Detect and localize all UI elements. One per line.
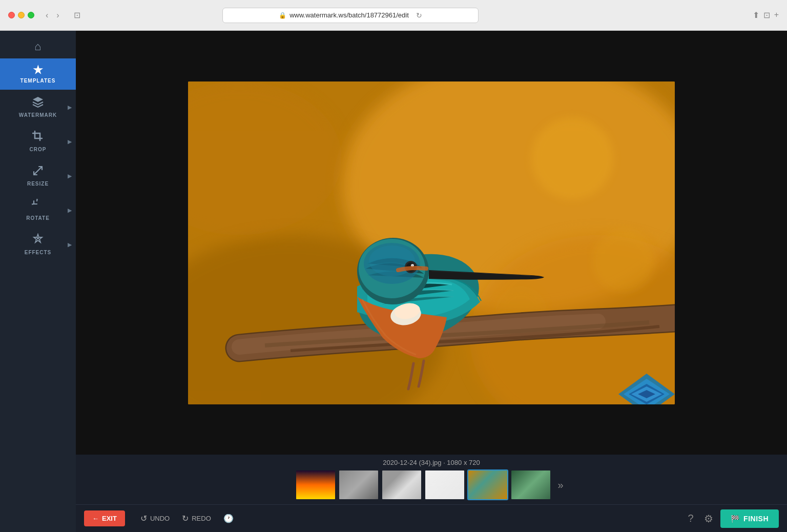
- browser-chrome: ‹ › ⊡ 🔒 www.watermark.ws/batch/18772961/…: [0, 0, 787, 31]
- svg-point-6: [531, 117, 613, 199]
- history-button[interactable]: 🕐: [218, 510, 239, 526]
- rotate-arrow: ▶: [68, 207, 72, 213]
- minimize-button[interactable]: [18, 12, 25, 18]
- undo-icon: ↺: [140, 514, 147, 523]
- image-filename: 2020-12-24 (34).jpg: [383, 459, 441, 466]
- redo-icon: ↻: [182, 514, 189, 523]
- lock-icon: 🔒: [279, 12, 286, 19]
- rotate-icon: [32, 199, 44, 213]
- reader-icon[interactable]: ⊡: [763, 10, 770, 20]
- address-bar[interactable]: 🔒 www.watermark.ws/batch/18772961/edit ↻: [222, 8, 479, 23]
- history-icon: 🕐: [223, 514, 234, 523]
- filmstrip-item-4[interactable]: [424, 469, 465, 500]
- filmstrip-item-6[interactable]: [510, 469, 551, 500]
- close-button[interactable]: [8, 12, 15, 18]
- exit-button[interactable]: ← EXIT: [84, 510, 125, 526]
- browser-actions: ⬆ ⊡ +: [753, 10, 779, 20]
- sidebar-item-resize[interactable]: ▶ RESIZE: [0, 158, 76, 193]
- svg-point-0: [37, 237, 39, 239]
- tab-icon-button[interactable]: ⊡: [71, 9, 84, 21]
- add-tab-icon[interactable]: +: [774, 10, 779, 20]
- undo-button[interactable]: ↺ UNDO: [135, 510, 175, 526]
- resize-arrow: ▶: [68, 173, 72, 178]
- resize-label: RESIZE: [27, 181, 49, 187]
- thumb-sunset-bg: [296, 470, 335, 499]
- sidebar: ⌂ ★ TEMPLATES ▶ WATERMARK ▶: [0, 31, 76, 532]
- thumb-metro-bg: [339, 470, 378, 499]
- finish-label: FINISH: [743, 515, 769, 523]
- image-info: 2020-12-24 (34).jpg · 1080 x 720: [76, 455, 787, 469]
- home-icon: ⌂: [34, 41, 42, 52]
- canvas-area: [76, 31, 787, 455]
- thumb-waterfall-bg: [511, 470, 550, 499]
- effects-icon: [32, 233, 44, 248]
- filmstrip-more-button[interactable]: »: [553, 479, 567, 491]
- filmstrip-item-1[interactable]: [295, 469, 336, 500]
- settings-icon: ⚙: [704, 513, 713, 524]
- image-dimensions: 1080 x 720: [447, 459, 480, 466]
- filmstrip-item-3[interactable]: [381, 469, 422, 500]
- effects-arrow: ▶: [68, 241, 72, 247]
- filmstrip-item-2[interactable]: [338, 469, 379, 500]
- share-icon[interactable]: ⬆: [753, 10, 759, 20]
- sidebar-item-templates[interactable]: ★ TEMPLATES: [0, 58, 76, 90]
- svg-point-7: [593, 230, 654, 292]
- finish-button[interactable]: 🏁 FINISH: [720, 509, 779, 528]
- help-button[interactable]: ?: [685, 509, 696, 527]
- refresh-button[interactable]: ↻: [416, 11, 422, 19]
- settings-button[interactable]: ⚙: [701, 509, 716, 528]
- sidebar-item-effects[interactable]: ▶ EFFECTS: [0, 227, 76, 261]
- watermark-arrow: ▶: [68, 104, 72, 110]
- crop-icon: [32, 130, 44, 145]
- effects-label: EFFECTS: [25, 250, 52, 255]
- sidebar-item-home[interactable]: ⌂: [0, 35, 76, 58]
- sidebar-item-rotate[interactable]: ▶ ROTATE: [0, 193, 76, 227]
- bottom-bar: 2020-12-24 (34).jpg · 1080 x 720: [76, 455, 787, 532]
- resize-icon: [32, 165, 44, 179]
- maximize-button[interactable]: [28, 12, 34, 18]
- help-icon: ?: [688, 513, 693, 524]
- sidebar-item-crop[interactable]: ▶ CROP: [0, 124, 76, 158]
- thumb-girl-bg: [425, 470, 464, 499]
- thumb-laptop-bg: [382, 470, 421, 499]
- back-button[interactable]: ‹: [43, 10, 51, 21]
- thumb-kingfisher-bg: [468, 470, 507, 499]
- exit-label: EXIT: [102, 515, 117, 522]
- sidebar-item-watermark[interactable]: ▶ WATERMARK: [0, 90, 76, 124]
- kingfisher-svg: [188, 81, 675, 404]
- toolbar-right: ? ⚙ 🏁 FINISH: [685, 509, 779, 528]
- exit-icon: ←: [92, 515, 99, 522]
- templates-label: TEMPLATES: [20, 78, 56, 84]
- main-content: 2020-12-24 (34).jpg · 1080 x 720: [76, 31, 787, 532]
- forward-button[interactable]: ›: [53, 10, 62, 21]
- redo-label: REDO: [192, 515, 211, 522]
- filmstrip-item-5[interactable]: [467, 469, 508, 500]
- traffic-lights: [8, 12, 34, 18]
- watermark-icon: [32, 96, 44, 110]
- rotate-label: ROTATE: [26, 215, 50, 221]
- undo-label: UNDO: [150, 515, 170, 522]
- crop-arrow: ▶: [68, 138, 72, 144]
- app-container: ⌂ ★ TEMPLATES ▶ WATERMARK ▶: [0, 31, 787, 532]
- url-text: www.watermark.ws/batch/18772961/edit: [289, 11, 409, 19]
- crop-label: CROP: [30, 147, 47, 152]
- main-image: [188, 81, 675, 404]
- finish-flag-icon: 🏁: [731, 515, 740, 523]
- nav-buttons: ‹ ›: [43, 10, 63, 21]
- watermark-label: WATERMARK: [19, 112, 57, 118]
- filmstrip: »: [76, 469, 787, 504]
- templates-icon: ★: [33, 65, 44, 76]
- filmstrip-more-icon: »: [557, 479, 563, 491]
- redo-button[interactable]: ↻ REDO: [177, 510, 216, 526]
- toolbar: ← EXIT ↺ UNDO ↻ REDO 🕐: [76, 504, 787, 532]
